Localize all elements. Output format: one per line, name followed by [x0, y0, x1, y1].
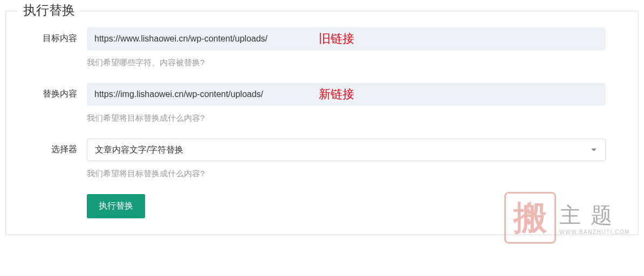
selector-value: 文章内容文字/字符替换	[95, 144, 183, 156]
selector-control: 文章内容文字/字符替换 我们希望将目标替换成什么内容?	[87, 139, 606, 179]
selector-help: 我们希望将目标替换成什么内容?	[87, 169, 606, 179]
replace-content-help: 我们希望将目标替换成什么内容?	[87, 113, 606, 123]
replace-panel: 执行替换 目标内容 旧链接 我们希望哪些字符、内容被替换? 替换内容 新链接 我…	[5, 11, 639, 235]
replace-content-control: 新链接 我们希望将目标替换成什么内容?	[87, 83, 606, 123]
replace-content-label: 替换内容	[38, 83, 87, 100]
selector-row: 选择器 文章内容文字/字符替换 我们希望将目标替换成什么内容?	[38, 139, 606, 179]
submit-row: 执行替换	[38, 194, 606, 218]
chevron-down-icon	[591, 149, 597, 151]
target-content-help: 我们希望哪些字符、内容被替换?	[87, 58, 606, 68]
replace-content-row: 替换内容 新链接 我们希望将目标替换成什么内容?	[38, 83, 606, 123]
execute-replace-button[interactable]: 执行替换	[87, 194, 145, 218]
selector-label: 选择器	[38, 139, 87, 155]
selector-dropdown[interactable]: 文章内容文字/字符替换	[87, 139, 606, 161]
replace-content-input[interactable]	[87, 83, 606, 106]
target-content-row: 目标内容 旧链接 我们希望哪些字符、内容被替换?	[38, 27, 606, 68]
target-content-control: 旧链接 我们希望哪些字符、内容被替换?	[87, 27, 606, 68]
target-content-input[interactable]	[87, 27, 606, 50]
panel-title: 执行替换	[18, 2, 80, 19]
target-content-label: 目标内容	[38, 27, 87, 44]
